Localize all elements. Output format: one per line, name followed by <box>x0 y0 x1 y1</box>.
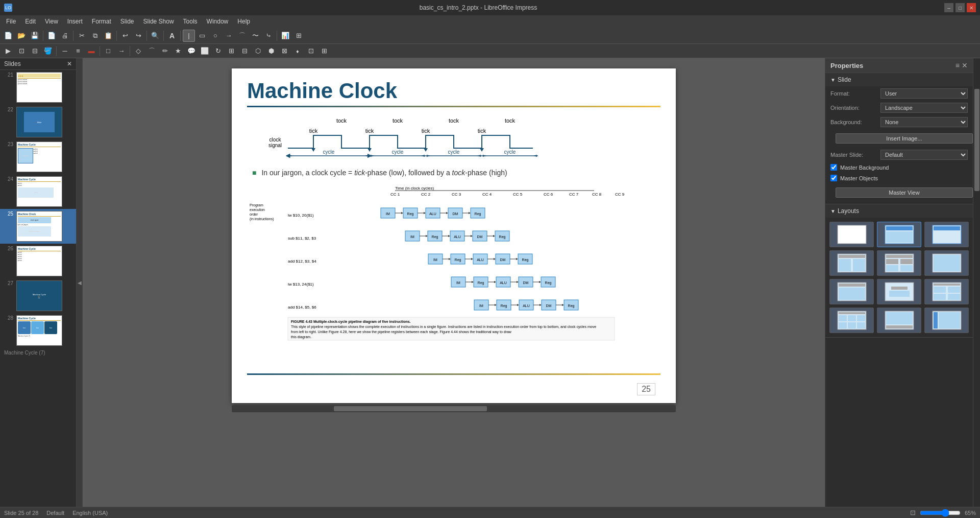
slide-thumb-25[interactable]: 25 Machine Clock clock signal ■ In our j… <box>0 209 76 244</box>
draw-line-button[interactable]: | <box>183 30 195 42</box>
line-width-button[interactable]: ≡ <box>72 45 84 57</box>
line-style-button[interactable]: ─ <box>59 45 71 57</box>
new-button[interactable]: 📄 <box>2 30 14 42</box>
star-button[interactable]: ★ <box>172 45 184 57</box>
menu-format[interactable]: Format <box>88 17 115 26</box>
properties-menu-icon[interactable]: ≡ <box>955 61 960 69</box>
master-view-button[interactable]: Master View <box>836 187 973 198</box>
rotate-button[interactable]: ↻ <box>212 45 224 57</box>
insert-image-button[interactable]: Insert Image... <box>836 133 973 144</box>
h-scrollbar-thumb[interactable] <box>334 406 487 411</box>
minimize-button[interactable]: – <box>944 3 953 12</box>
print-button[interactable]: 🖨 <box>59 30 71 42</box>
flowchart-button[interactable]: ⬜ <box>199 45 211 57</box>
menu-slideshow[interactable]: Slide Show <box>139 17 178 26</box>
extrude-button[interactable]: ⊞ <box>318 45 330 57</box>
master-background-checkbox[interactable] <box>830 164 837 171</box>
transform-button[interactable]: ⊡ <box>305 45 317 57</box>
draw-ellipse-button[interactable]: ○ <box>209 30 222 42</box>
freeform-button[interactable]: ✏ <box>159 45 171 57</box>
slide-thumb-28[interactable]: 28 Machine Cycle box box box Machine Cyc… <box>0 313 76 348</box>
menu-insert[interactable]: Insert <box>63 17 87 26</box>
h-scrollbar[interactable] <box>232 405 676 412</box>
paste-button[interactable]: 📋 <box>102 30 114 42</box>
fill-color-button[interactable]: 🪣 <box>42 45 54 57</box>
layout-comparison[interactable] <box>877 250 921 276</box>
distribute-button[interactable]: ⊟ <box>238 45 251 57</box>
menu-view[interactable]: View <box>41 17 62 26</box>
properties-controls[interactable]: ≡ ✕ <box>955 61 968 69</box>
group-button[interactable]: ⬡ <box>252 45 264 57</box>
connector-button[interactable]: ⤷ <box>262 30 275 42</box>
maximize-button[interactable]: □ <box>955 3 965 12</box>
layout-two-content[interactable] <box>829 250 874 276</box>
curve-button[interactable]: 〜 <box>249 30 261 42</box>
master-objects-checkbox[interactable] <box>830 175 837 181</box>
menu-tools[interactable]: Tools <box>179 17 202 26</box>
ungroup-button[interactable]: ⬢ <box>265 45 277 57</box>
slide-thumb-22[interactable]: 22 Slide <box>0 105 76 139</box>
shadow-button[interactable]: □ <box>102 45 114 57</box>
slide-thumb-23[interactable]: 23 Machine Cycle diagram ■ text■ text■ t… <box>0 139 76 174</box>
layout-blank[interactable] <box>829 222 874 247</box>
layout-title-two-content[interactable] <box>829 279 874 304</box>
arrow-style-button[interactable]: → <box>115 45 128 57</box>
menu-window[interactable]: Window <box>203 17 233 26</box>
copy-button[interactable]: ⧉ <box>89 30 101 42</box>
select-button[interactable]: ▶ <box>2 45 14 57</box>
slide-thumb-24[interactable]: 24 Machine Cycle ■ text■ text chart <box>0 174 76 209</box>
slide-thumb-27[interactable]: 27 Machine Cycle🖥️ <box>0 278 76 313</box>
slide-section-header[interactable]: ▼ Slide <box>825 73 973 86</box>
polygon-button[interactable]: ◇ <box>132 45 144 57</box>
save-button[interactable]: 💾 <box>29 30 41 42</box>
v-scrollbar[interactable] <box>973 58 980 507</box>
menu-edit[interactable]: Edit <box>21 17 40 26</box>
panel-collapse-handle[interactable]: ◀ <box>77 58 83 507</box>
menu-slide[interactable]: Slide <box>116 17 138 26</box>
text-button[interactable]: A <box>166 30 178 42</box>
undo-button[interactable]: ↩ <box>119 30 131 42</box>
curve2-button[interactable]: ⌒ <box>145 45 158 57</box>
zoom-slider[interactable] <box>920 509 961 517</box>
format-select[interactable]: User <box>880 88 968 99</box>
master-slide-select[interactable]: Default <box>880 150 968 160</box>
master-objects-label[interactable]: Master Objects <box>840 175 878 181</box>
export-pdf-button[interactable]: 📄 <box>45 30 58 42</box>
layout-vertical-title[interactable] <box>924 308 969 333</box>
draw-rect-button[interactable]: ▭ <box>196 30 208 42</box>
slide-thumb-21[interactable]: 21 ■ ■ ■ ■ text content■ text content■ t… <box>0 70 76 105</box>
redo-button[interactable]: ↪ <box>132 30 144 42</box>
callout-button[interactable]: 💬 <box>185 45 198 57</box>
layout-centered-text[interactable] <box>877 279 921 304</box>
layout-six-content[interactable] <box>829 308 874 333</box>
fit-page-button[interactable]: ⊡ <box>910 509 916 516</box>
zoom-button[interactable]: 🔍 <box>149 30 161 42</box>
menu-file[interactable]: File <box>2 17 20 26</box>
window-controls[interactable]: – □ ✕ <box>944 3 976 12</box>
line-color-button[interactable]: ▬ <box>85 45 97 57</box>
cut-button[interactable]: ✂ <box>76 30 88 42</box>
slide-thumb-26[interactable]: 26 Machine Cycle ■ text■ text■ text■ tex… <box>0 244 76 278</box>
open-button[interactable]: 📂 <box>15 30 28 42</box>
v-scrollbar-thumb[interactable] <box>974 89 979 191</box>
chart-button[interactable]: 📊 <box>279 30 291 42</box>
crop-button[interactable]: ⊠ <box>278 45 290 57</box>
properties-close-icon[interactable]: ✕ <box>962 61 968 69</box>
layouts-section-header[interactable]: ▼ Layouts <box>825 204 973 218</box>
tab-order-button[interactable]: ⊟ <box>29 45 41 57</box>
table-button[interactable]: ⊞ <box>292 30 305 42</box>
layout-picture-caption[interactable] <box>877 308 921 333</box>
slide-layout-button[interactable]: ⊡ <box>15 45 28 57</box>
points-button[interactable]: ⬧ <box>291 45 304 57</box>
layout-content-only[interactable] <box>924 250 969 276</box>
close-button[interactable]: ✕ <box>967 3 976 12</box>
layout-title-content[interactable] <box>877 222 921 247</box>
close-panel-icon[interactable]: ✕ <box>67 60 72 67</box>
orientation-select[interactable]: Landscape <box>880 103 968 113</box>
menu-help[interactable]: Help <box>233 17 254 26</box>
background-select[interactable]: None <box>880 117 968 127</box>
draw-arrow-button[interactable]: → <box>223 30 235 42</box>
layout-four-content[interactable] <box>924 279 969 304</box>
layout-title-only[interactable] <box>924 222 969 247</box>
master-background-label[interactable]: Master Background <box>840 164 889 171</box>
